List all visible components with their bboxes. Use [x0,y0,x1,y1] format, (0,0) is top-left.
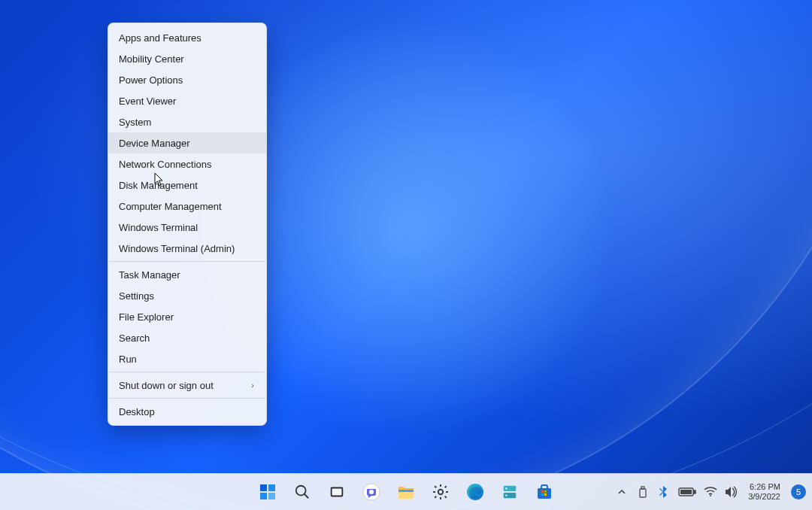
menu-power-options[interactable]: Power Options [108,69,266,90]
bluetooth-icon[interactable] [656,474,671,510]
menu-device-manager[interactable]: Device Manager [108,132,266,153]
chevron-right-icon: › [251,381,254,390]
svg-rect-19 [541,490,544,493]
svg-rect-27 [680,490,692,494]
desktop-wallpaper: Apps and FeaturesMobility CenterPower Op… [0,0,812,510]
menu-run[interactable]: Run [108,348,266,369]
start-button[interactable] [253,477,283,507]
volume-icon[interactable] [724,474,739,510]
svg-rect-2 [260,493,267,499]
svg-rect-7 [332,488,342,495]
clock-time: 6:26 PM [748,482,780,492]
svg-rect-0 [260,484,267,491]
chat-icon[interactable] [356,477,386,507]
notification-badge[interactable]: 5 [791,484,806,499]
menu-item-label: Windows Terminal (Admin) [119,243,235,254]
svg-point-4 [296,486,306,496]
menu-item-label: Mobility Center [119,53,184,65]
svg-point-17 [505,494,507,496]
svg-point-12 [438,490,443,494]
edge-icon[interactable] [460,477,490,507]
menu-item-label: Windows Terminal [119,222,198,233]
wifi-icon[interactable] [703,474,718,510]
settings-icon[interactable] [426,477,456,507]
menu-item-label: Computer Management [119,201,222,212]
task-view-icon[interactable] [322,477,352,507]
menu-settings[interactable]: Settings [108,285,266,306]
svg-rect-3 [268,493,275,499]
svg-rect-1 [268,484,275,491]
menu-item-label: Task Manager [119,269,180,281]
svg-point-16 [505,487,507,489]
server-manager-icon[interactable] [495,477,525,507]
menu-item-label: Settings [119,290,154,302]
menu-desktop[interactable]: Desktop [108,401,266,422]
svg-rect-11 [398,490,414,492]
menu-item-label: System [119,117,151,128]
winx-context-menu: Apps and FeaturesMobility CenterPower Op… [108,23,267,426]
svg-rect-14 [504,486,517,491]
menu-disk-management[interactable]: Disk Management [108,175,266,196]
menu-item-label: Apps and Features [119,32,201,44]
menu-event-viewer[interactable]: Event Viewer [108,90,266,111]
clock-date: 3/9/2022 [748,492,780,502]
taskbar-clock[interactable]: 6:26 PM 3/9/2022 [745,482,783,502]
menu-windows-terminal-admin[interactable]: Windows Terminal (Admin) [108,238,266,259]
menu-item-label: Device Manager [119,138,190,149]
system-tray: 6:26 PM 3/9/2022 5 [614,474,806,510]
svg-rect-21 [541,493,544,496]
svg-rect-23 [640,489,646,497]
menu-item-label: Disk Management [119,180,198,191]
menu-system[interactable]: System [108,111,266,132]
svg-rect-15 [504,493,517,498]
usb-eject-icon[interactable] [635,474,650,510]
menu-shutdown-signout[interactable]: Shut down or sign out› [108,375,266,396]
menu-item-label: Run [119,354,137,365]
menu-computer-management[interactable]: Computer Management [108,196,266,217]
battery-icon[interactable] [677,474,697,510]
menu-item-label: Desktop [119,406,155,417]
overflow-chevron-icon[interactable] [614,474,629,510]
menu-item-label: Shut down or sign out [119,380,214,391]
svg-point-28 [710,495,711,496]
menu-separator [109,398,265,399]
menu-item-label: Event Viewer [119,96,176,107]
search-icon[interactable] [287,477,317,507]
svg-rect-26 [694,490,695,493]
microsoft-store-icon[interactable] [529,477,559,507]
menu-item-label: Search [119,332,150,344]
menu-item-label: Network Connections [119,159,212,170]
menu-task-manager[interactable]: Task Manager [108,264,266,285]
menu-item-label: Power Options [119,74,183,86]
menu-mobility-center[interactable]: Mobility Center [108,48,266,69]
menu-network-connections[interactable]: Network Connections [108,153,266,175]
svg-rect-20 [544,490,547,493]
svg-point-9 [369,490,374,494]
taskbar-center [253,477,559,507]
menu-file-explorer[interactable]: File Explorer [108,306,266,327]
svg-line-5 [304,494,309,499]
svg-rect-22 [544,493,547,496]
menu-separator [109,372,265,372]
menu-item-label: File Explorer [119,311,174,323]
file-explorer-icon[interactable] [391,477,421,507]
notification-count: 5 [796,487,801,496]
menu-search[interactable]: Search [108,327,266,348]
svg-rect-24 [641,487,644,489]
menu-separator [109,261,265,262]
taskbar: 6:26 PM 3/9/2022 5 [0,473,812,510]
menu-apps-features[interactable]: Apps and Features [108,27,266,48]
menu-windows-terminal[interactable]: Windows Terminal [108,217,266,238]
